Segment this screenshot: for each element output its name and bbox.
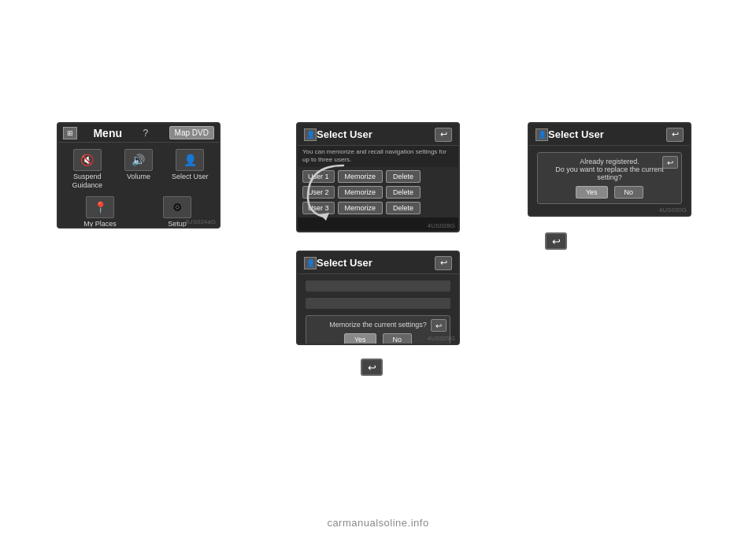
menu-grid-top: 🔇 SuspendGuidance 🔊 Volume 👤 Select User (58, 143, 219, 196)
select-user-header: 👤 Select User ↩ (298, 124, 458, 146)
user-2-delete-button[interactable]: Delete (386, 186, 421, 199)
suspend-guidance-label: SuspendGuidance (72, 173, 102, 190)
select-user-header-icon: 👤 (304, 128, 317, 141)
memorize-inner-back-button[interactable]: ↩ (431, 319, 447, 332)
already-confirm-text: Already registered.Do you want to replac… (546, 158, 673, 181)
user-2-memorize-button[interactable]: Memorize (338, 186, 384, 199)
already-inner-back-button[interactable]: ↩ (662, 156, 678, 169)
memorize-no-button[interactable]: No (383, 333, 413, 345)
my-places-label: My Places (83, 220, 117, 228)
menu-title: Menu (93, 127, 122, 139)
menu-item-my-places[interactable]: 📍 My Places (63, 196, 137, 228)
already-no-button[interactable]: No (614, 186, 644, 199)
user-3-memorize-button[interactable]: Memorize (338, 202, 384, 214)
back-icon-standalone-2[interactable]: ↩ (361, 359, 383, 376)
menu-header-icon: ⊞ (63, 127, 77, 139)
menu-question: ? (143, 128, 148, 139)
screen-code-3: 4US029G (428, 335, 455, 342)
screen-code-4: 4US030G (659, 206, 687, 214)
select-user-label: Select User (172, 173, 209, 181)
memorize-back-button[interactable]: ↩ (435, 256, 452, 270)
select-user-back-button[interactable]: ↩ (435, 128, 452, 142)
user-row-3: User 3 Memorize Delete (302, 202, 454, 214)
already-confirm-box: ↩ Already registered.Do you want to repl… (537, 152, 682, 204)
user-row-1: User 1 Memorize Delete (302, 170, 454, 183)
menu-header: ⊞ Menu ? Map DVD (58, 124, 219, 143)
setup-label: Setup (168, 220, 187, 228)
user-1-delete-button[interactable]: Delete (386, 170, 421, 183)
menu-item-suspend[interactable]: 🔇 SuspendGuidance (63, 149, 111, 190)
user-3-button[interactable]: User 3 (302, 202, 335, 214)
memorize-header-icon: 👤 (304, 257, 317, 269)
suspend-guidance-icon: 🔇 (73, 149, 102, 171)
user-2-button[interactable]: User 2 (302, 186, 335, 199)
select-user-title: Select User (317, 128, 372, 140)
memorize-title: Select User (317, 257, 372, 269)
select-user-info-text: You can memorize and recall navigation s… (298, 146, 458, 167)
memorize-confirm-text: Memorize the current settings? (314, 321, 442, 329)
memorize-yes-button[interactable]: Yes (344, 333, 376, 345)
screen-already-registered: 👤 Select User ↩ ↩ Already registered.Do … (528, 122, 691, 217)
already-header-icon: 👤 (536, 128, 548, 141)
screen-select-user-main: 👤 Select User ↩ You can memorize and rec… (296, 122, 460, 232)
already-back-button[interactable]: ↩ (666, 128, 684, 142)
already-title: Select User (548, 128, 604, 140)
memorize-header: 👤 Select User ↩ (298, 252, 458, 274)
setup-icon: ⚙ (163, 196, 191, 218)
user-1-memorize-button[interactable]: Memorize (338, 170, 384, 183)
user-1-button[interactable]: User 1 (302, 170, 335, 183)
user-row-2: User 2 Memorize Delete (302, 186, 454, 199)
already-header: 👤 Select User ↩ (529, 124, 690, 146)
watermark: carmanualsoline.info (0, 517, 756, 529)
screen-code-1: 4US024aG (184, 218, 216, 225)
user-rows-container: User 1 Memorize Delete User 2 Memorize D… (298, 167, 458, 217)
menu-item-volume[interactable]: 🔊 Volume (114, 149, 162, 190)
already-yes-button[interactable]: Yes (576, 186, 608, 199)
user-3-delete-button[interactable]: Delete (386, 202, 421, 214)
volume-icon: 🔊 (124, 149, 153, 171)
map-dvd-button[interactable]: Map DVD (169, 126, 214, 139)
my-places-icon: 📍 (86, 196, 114, 218)
back-icon-standalone-1[interactable]: ↩ (545, 232, 567, 250)
volume-label: Volume (127, 173, 150, 181)
memorize-confirm-buttons: Yes No (314, 333, 442, 345)
select-user-icon: 👤 (176, 149, 204, 171)
screen-code-2: 4US028G (428, 222, 455, 229)
page-container: ⊞ Menu ? Map DVD 🔇 SuspendGuidance 🔊 Vol… (0, 0, 756, 535)
menu-item-select-user[interactable]: 👤 Select User (166, 149, 214, 190)
already-confirm-buttons: Yes No (546, 186, 673, 199)
screen-memorize-confirm: 👤 Select User ↩ ↩ Memorize the current s… (296, 251, 460, 345)
screen-menu: ⊞ Menu ? Map DVD 🔇 SuspendGuidance 🔊 Vol… (57, 122, 220, 228)
